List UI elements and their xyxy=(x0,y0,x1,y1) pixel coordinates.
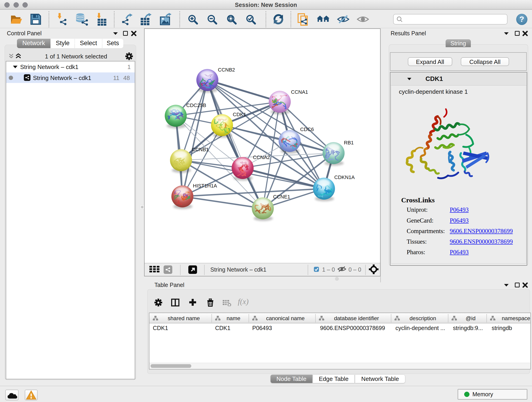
svg-text:CCNA2: CCNA2 xyxy=(253,154,270,160)
svg-text:CDK1: CDK1 xyxy=(233,112,246,117)
svg-text:HIST1H1A: HIST1H1A xyxy=(193,183,217,189)
svg-text:CCNB1: CCNB1 xyxy=(192,147,209,153)
svg-text:CDC25B: CDC25B xyxy=(186,102,206,108)
svg-text:CCNB2: CCNB2 xyxy=(218,67,235,73)
svg-text:CDKN1A: CDKN1A xyxy=(334,174,355,180)
svg-text:RB1: RB1 xyxy=(344,140,354,146)
svg-text:CDC6: CDC6 xyxy=(300,127,314,132)
svg-text:CCNA1: CCNA1 xyxy=(291,89,308,95)
svg-text:CCNE1: CCNE1 xyxy=(273,194,290,200)
